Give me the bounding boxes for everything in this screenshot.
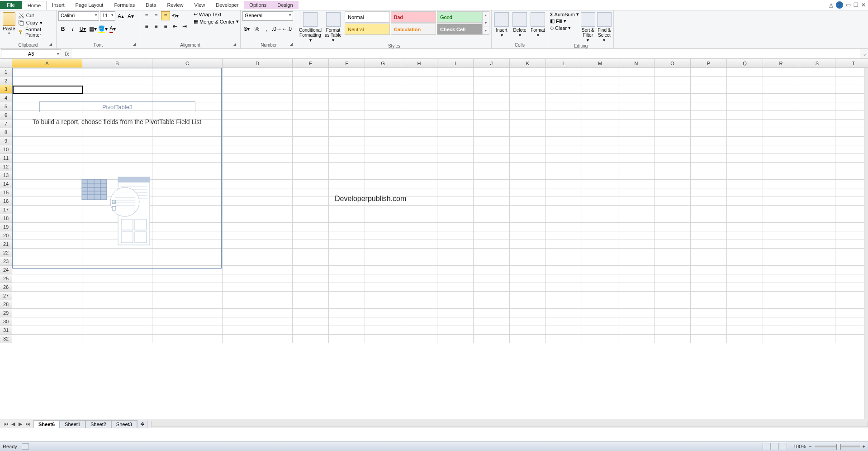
column-header-B[interactable]: B — [82, 59, 152, 67]
italic-button[interactable]: I — [68, 24, 77, 34]
decrease-decimal-button[interactable]: ←.0 — [282, 24, 291, 34]
column-header-I[interactable]: I — [437, 59, 474, 67]
align-top-button[interactable]: ≡ — [142, 11, 151, 20]
find-select-button[interactable]: Find & Select▾ — [597, 11, 612, 43]
row-header-24[interactable]: 24 — [0, 266, 12, 274]
row-header-18[interactable]: 18 — [0, 214, 12, 222]
fill-button[interactable]: ◧ Fill ▾ — [550, 18, 579, 24]
insert-cells-button[interactable]: Insert▾ — [493, 11, 510, 38]
column-header-H[interactable]: H — [401, 59, 437, 67]
row-header-3[interactable]: 3 — [0, 85, 12, 93]
clipboard-dialog-launcher[interactable]: ◢ — [49, 42, 55, 48]
style-bad[interactable]: Bad — [391, 11, 436, 23]
column-header-M[interactable]: M — [582, 59, 618, 67]
underline-button[interactable]: U▾ — [78, 24, 87, 34]
insert-tab[interactable]: Insert — [47, 1, 70, 9]
formulas-tab[interactable]: Formulas — [109, 1, 140, 9]
page-break-view-button[interactable] — [779, 443, 787, 450]
vertical-scrollbar[interactable] — [864, 68, 868, 419]
row-header-4[interactable]: 4 — [0, 94, 12, 102]
review-tab[interactable]: Review — [161, 1, 189, 9]
sheet-nav-prev[interactable]: ◀ — [10, 421, 16, 427]
sheet-nav-first[interactable]: ⏮ — [3, 421, 9, 427]
wrap-text-button[interactable]: ↩Wrap Text — [194, 11, 239, 17]
column-header-N[interactable]: N — [618, 59, 655, 67]
style-neutral[interactable]: Neutral — [345, 24, 390, 35]
align-left-button[interactable]: ≡ — [142, 22, 151, 31]
merge-center-button[interactable]: ▦Merge & Center ▾ — [194, 19, 239, 24]
row-header-5[interactable]: 5 — [0, 102, 12, 110]
minimize-ribbon-icon[interactable]: ◬ — [829, 2, 833, 8]
row-header-32[interactable]: 32 — [0, 335, 12, 343]
row-header-6[interactable]: 6 — [0, 111, 12, 119]
conditional-formatting-button[interactable]: Conditional Formatting ▾ — [299, 11, 322, 43]
align-center-button[interactable]: ≡ — [152, 22, 161, 31]
percent-format-button[interactable]: % — [252, 24, 261, 34]
orientation-button[interactable]: ⟲▾ — [171, 11, 180, 20]
row-header-19[interactable]: 19 — [0, 223, 12, 231]
window-minimize-icon[interactable]: ▭ — [846, 2, 851, 8]
column-header-A[interactable]: A — [12, 59, 82, 67]
data-tab[interactable]: Data — [140, 1, 161, 9]
row-header-1[interactable]: 1 — [0, 68, 12, 76]
row-header-27[interactable]: 27 — [0, 292, 12, 300]
zoom-slider[interactable] — [815, 446, 860, 447]
column-header-D[interactable]: D — [223, 59, 293, 67]
new-sheet-button[interactable]: ✲ — [137, 420, 147, 428]
number-dialog-launcher[interactable]: ◢ — [290, 42, 295, 48]
page-layout-view-button[interactable] — [771, 443, 779, 450]
row-header-26[interactable]: 26 — [0, 283, 12, 291]
increase-indent-button[interactable]: ⇥ — [180, 22, 189, 31]
bold-button[interactable]: B — [58, 24, 67, 34]
formula-input[interactable] — [72, 49, 860, 58]
style-calculation[interactable]: Calculation — [391, 24, 436, 35]
row-header-8[interactable]: 8 — [0, 128, 12, 136]
font-name-combo[interactable]: Calibri — [58, 11, 99, 21]
column-header-T[interactable]: T — [835, 59, 868, 67]
view-tab[interactable]: View — [189, 1, 211, 9]
column-header-R[interactable]: R — [763, 59, 799, 67]
comma-format-button[interactable]: , — [262, 24, 271, 34]
row-header-15[interactable]: 15 — [0, 188, 12, 197]
row-header-20[interactable]: 20 — [0, 231, 12, 240]
normal-view-button[interactable] — [763, 443, 771, 450]
styles-scroll-up[interactable]: ▴ — [483, 12, 489, 19]
border-button[interactable]: ▦▾ — [88, 24, 97, 34]
row-header-14[interactable]: 14 — [0, 180, 12, 188]
column-header-L[interactable]: L — [546, 59, 582, 67]
style-good[interactable]: Good — [437, 11, 482, 23]
row-header-30[interactable]: 30 — [0, 317, 12, 326]
sheet-tab-sheet6[interactable]: Sheet6 — [33, 420, 60, 428]
sheet-tab-sheet1[interactable]: Sheet1 — [60, 420, 85, 428]
sort-filter-button[interactable]: Sort & Filter▾ — [581, 11, 595, 43]
row-header-11[interactable]: 11 — [0, 154, 12, 162]
window-restore-icon[interactable]: ❐ — [854, 2, 859, 8]
format-cells-button[interactable]: Format▾ — [530, 11, 546, 38]
increase-decimal-button[interactable]: .0→ — [272, 24, 281, 34]
row-header-10[interactable]: 10 — [0, 145, 12, 154]
page-layout-tab[interactable]: Page Layout — [70, 1, 109, 9]
formula-expand-button[interactable]: ⌄ — [862, 51, 868, 57]
column-header-S[interactable]: S — [799, 59, 835, 67]
row-header-17[interactable]: 17 — [0, 206, 12, 214]
home-tab[interactable]: Home — [22, 1, 47, 10]
zoom-level-label[interactable]: 100% — [793, 444, 806, 449]
delete-cells-button[interactable]: Delete▾ — [512, 11, 528, 38]
row-header-25[interactable]: 25 — [0, 274, 12, 283]
sheet-nav-last[interactable]: ⏭ — [24, 421, 31, 427]
row-header-9[interactable]: 9 — [0, 137, 12, 145]
autosum-button[interactable]: Σ AutoSum ▾ — [550, 11, 579, 17]
options-tab[interactable]: Options — [244, 1, 272, 9]
align-right-button[interactable]: ≡ — [161, 22, 170, 31]
select-all-corner[interactable] — [0, 59, 12, 67]
font-dialog-launcher[interactable]: ◢ — [133, 42, 138, 48]
align-middle-button[interactable]: ≡ — [152, 11, 161, 20]
row-header-12[interactable]: 12 — [0, 163, 12, 171]
column-header-K[interactable]: K — [510, 59, 546, 67]
style-check-cell[interactable]: Check Cell — [437, 24, 482, 35]
number-format-combo[interactable]: General — [242, 11, 293, 21]
styles-scroll-down[interactable]: ▾ — [483, 19, 489, 27]
design-tab[interactable]: Design — [272, 1, 298, 9]
row-header-7[interactable]: 7 — [0, 120, 12, 128]
fill-color-button[interactable]: 🪣▾ — [98, 24, 107, 34]
